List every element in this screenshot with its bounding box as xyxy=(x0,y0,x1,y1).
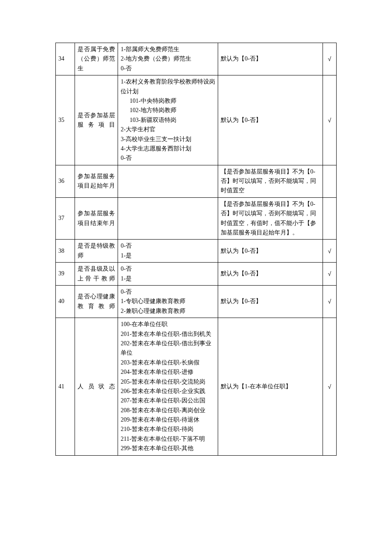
field-remark: 【是否参加基层服务项目】不为【0-否】时可以填写，否则不能填写，同时值置空 xyxy=(218,165,323,197)
row-number: 38 xyxy=(56,240,75,263)
table-row: 40是否心理健康教育教师0-否1-专职心理健康教育教师2-兼职心理健康教育教师默… xyxy=(56,285,337,318)
field-name: 是否心理健康教育教师 xyxy=(75,285,118,318)
row-number: 37 xyxy=(56,197,75,240)
field-remark: 默认为【0-否】 xyxy=(218,75,323,165)
row-number: 35 xyxy=(56,75,75,165)
required-mark: √ xyxy=(323,285,336,318)
field-options: 0-否1-是 xyxy=(118,240,218,263)
field-remark: 默认为【0-否】 xyxy=(218,263,323,286)
required-mark: √ xyxy=(323,43,336,75)
row-number: 36 xyxy=(56,165,75,197)
field-name: 是否县级及以上骨干教师 xyxy=(75,263,118,286)
row-number: 34 xyxy=(56,43,75,75)
table-row: 38是否是特级教师0-否1-是默认为【0-否】√ xyxy=(56,240,337,263)
field-name: 参加基层服务项目起始年月 xyxy=(75,165,118,197)
table-row: 39是否县级及以上骨干教师0-否1-是默认为【0-否】√ xyxy=(56,263,337,286)
field-options: 0-否1-专职心理健康教育教师2-兼职心理健康教育教师 xyxy=(118,285,218,318)
field-options xyxy=(118,165,218,197)
field-remark: 【是否参加基层服务项目】不为【0-否】时可以填写，否则不能填写，同时值置空，有值… xyxy=(218,197,323,240)
field-name: 参加基层服务项目结束年月 xyxy=(75,197,118,240)
row-number: 40 xyxy=(56,285,75,318)
required-mark: √ xyxy=(323,263,336,286)
field-options xyxy=(118,197,218,240)
row-number: 39 xyxy=(56,263,75,286)
field-name: 人员状态 xyxy=(75,318,118,455)
field-name: 是否是特级教师 xyxy=(75,240,118,263)
field-options: 1-农村义务教育阶段学校教师特设岗位计划101-中央特岗教师102-地方特岗教师… xyxy=(118,75,218,165)
table-row: 35是否参加基层服务项目1-农村义务教育阶段学校教师特设岗位计划101-中央特岗… xyxy=(56,75,337,165)
spec-table: 34是否属于免费（公费）师范生1-部属师大免费师范生2-地方免费（公费）师范生0… xyxy=(55,43,337,456)
required-mark xyxy=(323,197,336,240)
field-remark: 默认为【1-在本单位任职】 xyxy=(218,318,323,455)
required-mark: √ xyxy=(323,240,336,263)
field-name: 是否参加基层服务项目 xyxy=(75,75,118,165)
field-remark: 默认为【0-否】 xyxy=(218,240,323,263)
table-row: 37参加基层服务项目结束年月【是否参加基层服务项目】不为【0-否】时可以填写，否… xyxy=(56,197,337,240)
field-remark: 默认为【0-否】 xyxy=(218,43,323,75)
required-mark: √ xyxy=(323,75,336,165)
field-options: 100-在本单位任职201-暂未在本单位任职-借出到机关202-暂未在本单位任职… xyxy=(118,318,218,455)
required-mark: √ xyxy=(323,318,336,455)
field-options: 0-否1-是 xyxy=(118,263,218,286)
row-number: 41 xyxy=(56,318,75,455)
field-remark: 默认为【0-否】 xyxy=(218,285,323,318)
table-row: 36参加基层服务项目起始年月【是否参加基层服务项目】不为【0-否】时可以填写，否… xyxy=(56,165,337,197)
table-row: 41人员状态100-在本单位任职201-暂未在本单位任职-借出到机关202-暂未… xyxy=(56,318,337,455)
field-name: 是否属于免费（公费）师范生 xyxy=(75,43,118,75)
field-options: 1-部属师大免费师范生2-地方免费（公费）师范生0-否 xyxy=(118,43,218,75)
table-row: 34是否属于免费（公费）师范生1-部属师大免费师范生2-地方免费（公费）师范生0… xyxy=(56,43,337,75)
required-mark xyxy=(323,165,336,197)
